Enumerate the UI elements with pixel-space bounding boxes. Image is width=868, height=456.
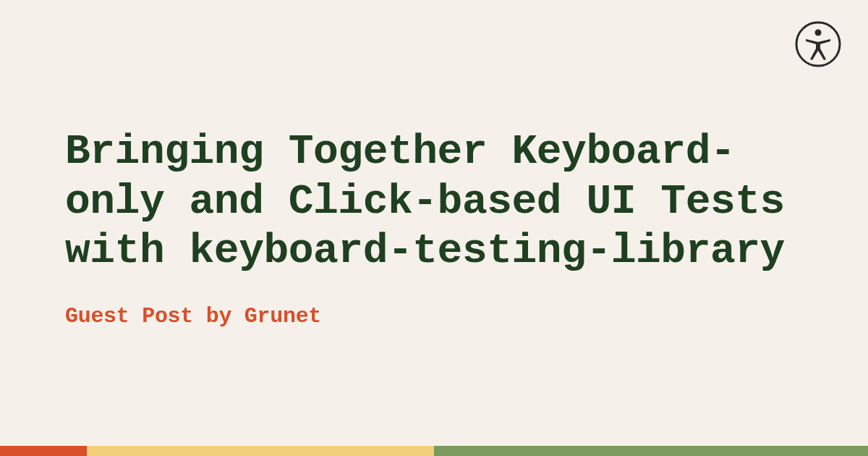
footer-stripe-orange — [0, 446, 87, 456]
svg-point-1 — [815, 30, 822, 36]
page-title: Bringing Together Keyboard-only and Clic… — [65, 127, 803, 276]
accessibility-icon — [794, 20, 842, 68]
footer-stripe-green — [434, 446, 868, 456]
content-container: Bringing Together Keyboard-only and Clic… — [0, 0, 868, 456]
page-subtitle: Guest Post by Grunet — [65, 304, 803, 329]
footer-stripes — [0, 446, 868, 456]
footer-stripe-yellow — [87, 446, 434, 456]
